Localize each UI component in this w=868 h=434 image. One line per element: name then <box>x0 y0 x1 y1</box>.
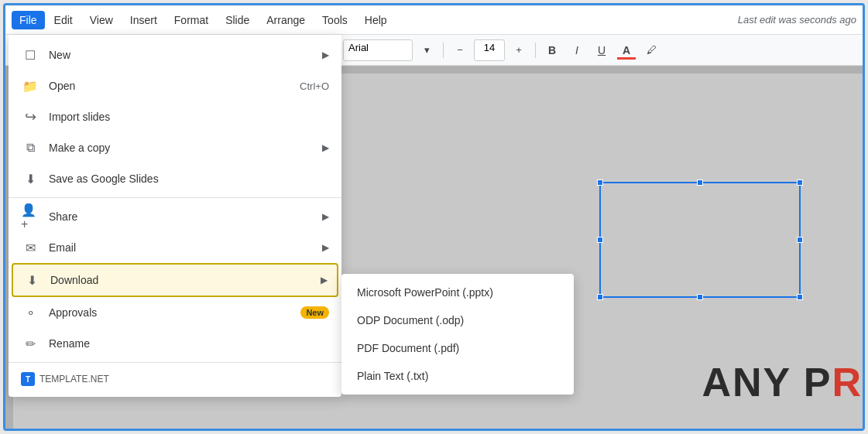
menu-item-copy-label: Make a copy <box>49 142 322 154</box>
menu-item-open-label: Open <box>49 80 300 92</box>
menu-item-save-label: Save as Google Slides <box>49 173 329 185</box>
menu-view[interactable]: View <box>82 11 121 29</box>
open-icon: 📁 <box>21 77 39 95</box>
separator-1 <box>9 197 341 198</box>
rename-icon: ✏ <box>21 334 39 353</box>
menu-bar: File Edit View Insert Format Slide Arran… <box>5 5 863 35</box>
save-icon: ⬇ <box>21 169 39 188</box>
font-color-indicator <box>617 57 636 60</box>
template-name: TEMPLATE.NET <box>39 374 109 384</box>
menu-item-approvals[interactable]: ⚬ Approvals New <box>9 297 341 328</box>
menu-item-share[interactable]: 👤+ Share ▶ <box>9 201 341 232</box>
handle-bm[interactable] <box>697 294 703 300</box>
submenu-odp[interactable]: ODP Document (.odp) <box>341 306 574 334</box>
menu-tools[interactable]: Tools <box>314 11 355 29</box>
template-logo: T <box>21 372 35 386</box>
menu-item-open[interactable]: 📁 Open Ctrl+O <box>9 70 341 101</box>
bold-button[interactable]: B <box>541 39 563 61</box>
handle-tl[interactable] <box>597 179 603 186</box>
import-icon: ↪ <box>21 108 39 126</box>
file-dropdown: ☐ New ▶ 📁 Open Ctrl+O ↪ Import slides ⧉ … <box>9 35 341 397</box>
font-size-input[interactable]: 14 <box>474 39 505 61</box>
menu-item-email[interactable]: ✉ Email ▶ <box>9 232 341 263</box>
email-icon: ✉ <box>21 238 39 257</box>
menu-item-download-label: Download <box>50 274 321 286</box>
font-dropdown-button[interactable]: ▾ <box>416 39 437 61</box>
handle-br[interactable] <box>797 294 803 300</box>
submenu-pdf[interactable]: PDF Document (.pdf) <box>341 334 574 362</box>
font-size-decrease[interactable]: − <box>449 39 471 61</box>
font-color-button[interactable]: A <box>616 39 637 61</box>
menu-item-import-label: Import slides <box>49 111 329 123</box>
menu-item-rename-label: Rename <box>49 337 329 350</box>
download-arrow-icon: ▶ <box>321 275 328 285</box>
company-text-red: R <box>832 359 863 405</box>
company-text-dark: ANY P <box>702 359 832 405</box>
new-badge: New <box>300 306 329 319</box>
handle-mr[interactable] <box>797 237 803 243</box>
menu-format[interactable]: Format <box>166 11 216 29</box>
highlight-button[interactable]: 🖊 <box>640 39 662 61</box>
handle-tm[interactable] <box>697 179 703 186</box>
font-size-increase[interactable]: + <box>508 39 530 61</box>
menu-item-save[interactable]: ⬇ Save as Google Slides <box>9 163 341 194</box>
selection-box[interactable] <box>599 182 801 298</box>
template-footer: T TEMPLATE.NET <box>9 366 341 392</box>
menu-item-download[interactable]: ⬇ Download ▶ <box>12 263 338 297</box>
share-arrow-icon: ▶ <box>322 211 329 222</box>
menu-file[interactable]: File <box>12 11 45 29</box>
last-edit-status: Last edit was seconds ago <box>738 14 856 26</box>
menu-insert[interactable]: Insert <box>122 11 165 29</box>
menu-slide[interactable]: Slide <box>218 11 257 29</box>
handle-tr[interactable] <box>797 179 803 186</box>
copy-arrow-icon: ▶ <box>322 142 329 153</box>
download-icon: ⬇ <box>22 271 41 289</box>
divider-6 <box>535 43 536 58</box>
separator-2 <box>9 362 341 363</box>
share-icon: 👤+ <box>21 207 39 226</box>
divider-5 <box>443 43 444 58</box>
open-shortcut: Ctrl+O <box>300 80 329 92</box>
email-arrow-icon: ▶ <box>322 242 329 253</box>
handle-ml[interactable] <box>597 237 603 243</box>
menu-item-new[interactable]: ☐ New ▶ <box>9 39 341 70</box>
new-icon: ☐ <box>21 46 39 64</box>
approvals-icon: ⚬ <box>21 303 39 322</box>
menu-item-rename[interactable]: ✏ Rename <box>9 328 341 359</box>
menu-help[interactable]: Help <box>357 11 395 29</box>
menu-item-copy[interactable]: ⧉ Make a copy ▶ <box>9 132 341 163</box>
new-arrow-icon: ▶ <box>322 50 329 60</box>
menu-item-approvals-label: Approvals <box>49 306 300 319</box>
handle-bl[interactable] <box>597 294 603 300</box>
menu-item-import[interactable]: ↪ Import slides <box>9 101 341 132</box>
italic-button[interactable]: I <box>566 39 588 61</box>
menu-item-share-label: Share <box>49 210 322 223</box>
menu-item-email-label: Email <box>49 241 322 254</box>
font-selector[interactable]: Arial <box>343 39 413 61</box>
submenu-txt[interactable]: Plain Text (.txt) <box>341 362 574 390</box>
underline-button[interactable]: U <box>591 39 612 61</box>
menu-arrange[interactable]: Arrange <box>259 11 313 29</box>
download-submenu: Microsoft PowerPoint (.pptx) ODP Documen… <box>341 274 574 395</box>
copy-icon: ⧉ <box>21 138 39 157</box>
submenu-pptx[interactable]: Microsoft PowerPoint (.pptx) <box>341 279 574 306</box>
menu-edit[interactable]: Edit <box>46 11 81 29</box>
menu-item-new-label: New <box>49 49 322 61</box>
